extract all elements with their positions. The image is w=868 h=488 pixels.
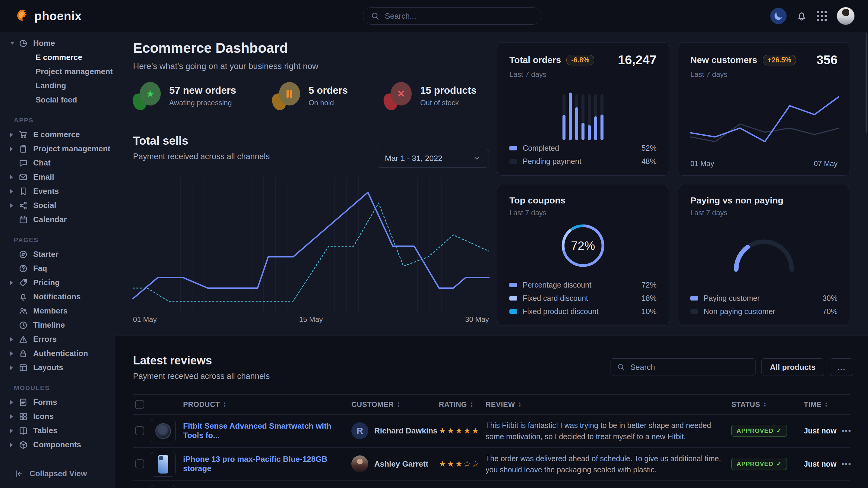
legend-value: 30% <box>823 294 838 303</box>
card-period: Last 7 days <box>690 70 838 79</box>
legend-value: 48% <box>642 157 657 166</box>
paying-gauge-chart <box>731 236 798 275</box>
brand-logo[interactable]: phoenix <box>16 0 82 32</box>
tag-icon <box>19 278 28 287</box>
table-row <box>133 481 850 488</box>
theme-toggle-button[interactable] <box>770 8 786 24</box>
sidebar-item-events[interactable]: Events <box>0 184 115 198</box>
all-products-button[interactable]: All products <box>761 358 825 376</box>
navbar-search[interactable] <box>363 7 541 25</box>
card-title: New customers <box>690 55 757 65</box>
sidebar-item-components[interactable]: Components <box>0 438 115 452</box>
search-input[interactable] <box>384 11 533 21</box>
column-header-review[interactable]: REVIEW▲▼ <box>486 395 522 415</box>
customer-name: Ashley Garrett <box>374 447 428 481</box>
top-navbar: phoenix <box>0 0 868 32</box>
customer-name: Richard Dawkins <box>374 414 438 447</box>
select-all-checkbox[interactable] <box>135 400 144 409</box>
product-link[interactable]: iPhone 13 pro max-Pacific Blue-128GB sto… <box>183 447 346 481</box>
card-period: Last 7 days <box>690 208 838 217</box>
stat-value: 15 products <box>420 85 476 96</box>
caret-right-icon <box>10 203 13 208</box>
customers-axis-line <box>690 156 838 156</box>
sidebar-item-icons[interactable]: Icons <box>0 409 115 423</box>
customers-x-axis: 01 May 07 May <box>690 159 838 168</box>
table-row: iPhone 13 pro max-Pacific Blue-128GB sto… <box>133 447 850 481</box>
column-header-rating[interactable]: RATING▲▼ <box>439 395 473 415</box>
order-bar <box>569 87 572 140</box>
reviews-search[interactable] <box>610 358 756 376</box>
sidebar-subitem-project-management[interactable]: Project management <box>0 65 115 79</box>
sidebar-item-members[interactable]: Members <box>0 304 115 318</box>
sidebar-item-chat[interactable]: Chat <box>0 156 115 170</box>
legend-chip <box>509 296 517 300</box>
bell-icon <box>796 10 807 22</box>
product-link[interactable]: Fitbit Sense Advanced Smartwatch with To… <box>183 414 346 447</box>
sidebar-item-email[interactable]: Email <box>0 170 115 184</box>
sidebar-item-tables[interactable]: Tables <box>0 423 115 438</box>
bell-icon <box>19 292 28 301</box>
check-icon: ✓ <box>776 427 782 434</box>
sidebar-item-calendar[interactable]: Calendar <box>0 213 115 227</box>
grid-icon <box>19 412 28 421</box>
legend-value: 18% <box>642 294 657 303</box>
total-sells-title: Total sells <box>133 134 188 148</box>
row-more-button[interactable]: ••• <box>841 447 851 481</box>
question-icon <box>19 264 28 273</box>
clipboard-icon <box>19 144 28 154</box>
row-more-button[interactable]: ••• <box>841 414 851 447</box>
sidebar-item-errors[interactable]: Errors <box>0 332 115 346</box>
card-value: 356 <box>816 53 838 67</box>
review-text: This Fitbit is fantastic! I was trying t… <box>486 420 727 442</box>
column-header-customer[interactable]: CUSTOMER▲▼ <box>351 395 400 415</box>
sidebar-item-pricing[interactable]: Pricing <box>0 275 115 290</box>
sidebar-item-social[interactable]: Social <box>0 198 115 213</box>
sidebar-item-starter[interactable]: Starter <box>0 247 115 261</box>
sidebar-item-faq[interactable]: Faq <box>0 261 115 275</box>
main-content: Ecommerce Dashboard Here's what's going … <box>115 32 868 488</box>
sidebar-subitem-landing[interactable]: Landing <box>0 79 115 93</box>
column-header-product[interactable]: PRODUCT▲▼ <box>183 395 226 415</box>
legend-value: 72% <box>642 281 657 289</box>
notifications-button[interactable] <box>796 10 807 22</box>
column-header-status[interactable]: STATUS▲▼ <box>732 395 767 415</box>
caret-right-icon <box>10 429 13 433</box>
apps-grid-button[interactable] <box>817 11 827 21</box>
trend-badge: -6.8% <box>566 55 594 65</box>
stat-sublabel: On hold <box>309 99 348 107</box>
date-range-select[interactable]: Mar 1 - 31, 2022 <box>377 149 489 168</box>
customers-line-chart <box>690 88 839 154</box>
status-badge: APPROVED ✓ <box>732 458 787 470</box>
reviews-toolbar: All products ... <box>610 358 853 376</box>
more-options-button[interactable]: ... <box>830 358 853 376</box>
collapse-view-button[interactable]: Collapsed View <box>0 459 114 488</box>
legend-label: Completed <box>523 144 559 153</box>
caret-down-icon <box>10 42 14 44</box>
reviews-search-input[interactable] <box>630 362 749 372</box>
date-range-value: Mar 1 - 31, 2022 <box>385 154 442 163</box>
scrollbar-thumb[interactable] <box>866 33 867 133</box>
caret-right-icon <box>10 147 13 151</box>
row-checkbox[interactable] <box>135 459 144 468</box>
sidebar-item-project-management[interactable]: Project management <box>0 142 115 156</box>
sidebar-item-timeline[interactable]: Timeline <box>0 318 115 332</box>
card-value: 16,247 <box>618 53 657 67</box>
sidebar-item-authentication[interactable]: Authentication <box>0 346 115 360</box>
sidebar-item-layouts[interactable]: Layouts <box>0 360 115 375</box>
sidebar-item-forms[interactable]: Forms <box>0 395 115 409</box>
legend-label: Non-paying customer <box>704 307 775 316</box>
column-header-time[interactable]: TIME▲▼ <box>804 395 828 415</box>
order-bar <box>575 87 578 140</box>
stat-sublabel: Awating processing <box>169 99 236 107</box>
caret-right-icon <box>10 366 13 370</box>
layout-icon <box>19 363 28 372</box>
sidebar-item-e-commerce[interactable]: E commerce <box>0 128 115 142</box>
sidebar-subitem-social-feed[interactable]: Social feed <box>0 93 115 107</box>
total-sells-x-axis: 01 May 15 May 30 May <box>133 315 489 324</box>
row-checkbox[interactable] <box>135 426 144 435</box>
sidebar-item-home[interactable]: Home <box>0 36 115 50</box>
cube-icon <box>19 441 28 449</box>
sidebar-subitem-e-commerce[interactable]: E commerce <box>0 50 115 65</box>
sidebar-item-notifications[interactable]: Notifications <box>0 290 115 304</box>
user-avatar[interactable] <box>837 7 855 25</box>
